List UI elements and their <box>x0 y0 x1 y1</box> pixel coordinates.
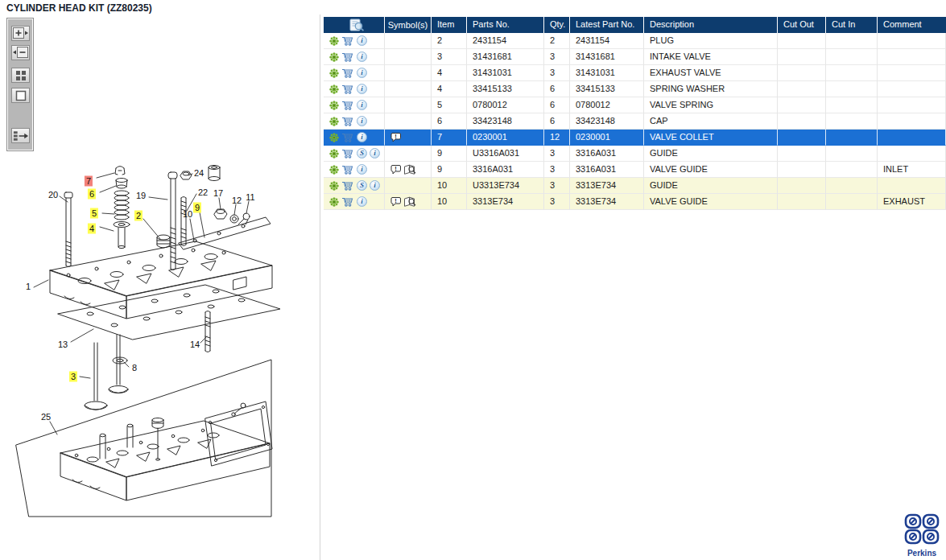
gear-icon[interactable] <box>329 133 339 142</box>
table-row[interactable]: i431431031331431031EXHAUST VALVE <box>324 65 946 81</box>
cart-icon[interactable] <box>341 51 354 62</box>
info-icon[interactable]: i <box>357 100 367 110</box>
diagram-callout-9[interactable]: 9 <box>193 203 201 213</box>
table-row[interactable]: Si10U3313E73433313E734GUIDE <box>324 178 946 194</box>
gear-icon[interactable] <box>329 101 339 110</box>
tile-view-button[interactable] <box>11 68 30 83</box>
info-icon[interactable]: i <box>357 51 367 62</box>
gear-icon[interactable] <box>329 149 339 159</box>
supersession-icon[interactable]: S <box>357 148 367 159</box>
diagram-callout-5[interactable]: 5 <box>90 208 98 219</box>
toggle-panel-button[interactable] <box>11 128 30 143</box>
gear-icon[interactable] <box>329 52 339 62</box>
diagram-callout-2[interactable]: 2 <box>134 211 143 221</box>
zoom-in-button[interactable] <box>11 26 30 41</box>
cell-parts-no: 33415133 <box>467 81 544 97</box>
gear-icon[interactable] <box>329 165 339 175</box>
cell-cut-out <box>778 97 826 113</box>
column-header-qty[interactable]: Qty. <box>544 17 570 33</box>
diagram-callout-7[interactable]: 7 <box>85 176 93 187</box>
gear-icon[interactable] <box>329 181 339 191</box>
diagram-callout-13[interactable]: 13 <box>56 340 69 350</box>
table-row[interactable]: i331431681331431681INTAKE VALVE <box>324 49 946 65</box>
column-header-description[interactable]: Description <box>644 17 778 33</box>
diagram-callout-25[interactable]: 25 <box>39 412 52 422</box>
info-icon[interactable]: i <box>357 35 367 46</box>
info-icon[interactable]: i <box>357 116 367 126</box>
gear-icon[interactable] <box>329 117 339 126</box>
diagram-callout-4[interactable]: 4 <box>88 224 96 234</box>
diagram-callout-1[interactable]: 1 <box>24 282 32 292</box>
cell-description: EXHAUST VALVE <box>644 65 778 81</box>
illustration-book-icon[interactable] <box>403 164 417 175</box>
cart-icon[interactable] <box>341 132 354 142</box>
cell-latest-part-no: 0780012 <box>570 97 644 113</box>
cart-icon[interactable] <box>341 148 354 159</box>
diagram-callout-6[interactable]: 6 <box>88 189 96 200</box>
diagram-toolbar <box>6 18 34 151</box>
supersession-icon[interactable]: S <box>357 180 367 191</box>
gear-icon[interactable] <box>329 84 339 94</box>
cart-icon[interactable] <box>341 180 354 191</box>
gear-icon[interactable] <box>329 36 339 46</box>
diagram-callout-22[interactable]: 22 <box>196 187 209 198</box>
parts-list-search-header[interactable] <box>324 17 385 33</box>
cart-icon[interactable] <box>341 68 354 78</box>
info-icon[interactable]: i <box>357 132 367 142</box>
diagram-callout-8[interactable]: 8 <box>130 363 138 373</box>
row-actions-cell: i <box>324 130 385 146</box>
cart-icon[interactable] <box>341 35 354 46</box>
diagram-callout-10[interactable]: 10 <box>181 209 194 220</box>
diagram-callout-19[interactable]: 19 <box>134 191 147 201</box>
column-header-symbol-s[interactable]: Symbol(s) <box>385 17 432 33</box>
cart-icon[interactable] <box>341 196 354 207</box>
diagram-callout-24[interactable]: 24 <box>192 168 205 179</box>
cart-icon[interactable] <box>341 164 354 175</box>
table-row[interactable]: i!93316A03133316A031VALVE GUIDEINLET <box>324 162 946 178</box>
diagram-callout-20[interactable]: 20 <box>47 190 60 200</box>
cart-icon[interactable] <box>341 100 354 110</box>
column-header-latest-part-no[interactable]: Latest Part No. <box>570 17 644 33</box>
cell-qty: 6 <box>544 97 570 113</box>
column-header-cut-out[interactable]: Cut Out <box>778 17 826 33</box>
table-row[interactable]: i2243115422431154PLUG <box>324 33 946 49</box>
diagram-callout-11[interactable]: 11 <box>244 192 256 203</box>
table-row[interactable]: i!103313E73433313E734VALVE GUIDEEXHAUST <box>324 194 946 210</box>
note-bubble-icon[interactable]: ! <box>390 196 402 208</box>
symbols-cell: ! <box>385 130 432 146</box>
diagram-callout-12[interactable]: 12 <box>230 196 243 206</box>
table-row[interactable]: i!70230001120230001VALVE COLLET <box>324 130 946 146</box>
illustration-book-icon[interactable] <box>403 196 417 208</box>
cell-cut-out <box>778 81 826 97</box>
cart-icon[interactable] <box>341 84 354 94</box>
note-bubble-icon[interactable]: ! <box>390 164 402 175</box>
info-icon[interactable]: i <box>370 148 380 159</box>
diagram-callout-14[interactable]: 14 <box>188 340 201 350</box>
gear-icon[interactable] <box>329 68 339 78</box>
column-header-cut-in[interactable]: Cut In <box>826 17 878 33</box>
info-icon[interactable]: i <box>370 180 380 191</box>
diagram-callout-17[interactable]: 17 <box>212 188 225 199</box>
cell-qty: 3 <box>544 178 570 194</box>
column-header-item[interactable]: Item <box>432 17 467 33</box>
info-icon[interactable]: i <box>357 84 367 94</box>
table-row[interactable]: Si9U3316A03133316A031GUIDE <box>324 146 946 162</box>
row-actions-cell: i <box>324 113 385 130</box>
cell-cut-out <box>778 130 826 146</box>
diagram-callout-3[interactable]: 3 <box>69 372 77 382</box>
table-row[interactable]: i5078001260780012VALVE SPRING <box>324 97 946 113</box>
cart-icon[interactable] <box>341 116 354 126</box>
table-row[interactable]: i633423148633423148CAP <box>324 113 946 130</box>
gear-icon[interactable] <box>329 197 339 207</box>
note-bubble-icon[interactable]: ! <box>390 132 402 143</box>
zoom-out-button[interactable] <box>11 45 30 60</box>
table-row[interactable]: i433415133633415133SPRING WASHER <box>324 81 946 97</box>
cell-parts-no: 0230001 <box>467 130 544 146</box>
column-header-comment[interactable]: Comment <box>878 17 946 33</box>
info-icon[interactable]: i <box>357 68 367 78</box>
fit-view-button[interactable] <box>11 88 30 103</box>
column-header-parts-no[interactable]: Parts No. <box>467 17 544 33</box>
info-icon[interactable]: i <box>357 196 367 207</box>
cell-latest-part-no: 31431031 <box>570 65 644 81</box>
info-icon[interactable]: i <box>357 164 367 175</box>
